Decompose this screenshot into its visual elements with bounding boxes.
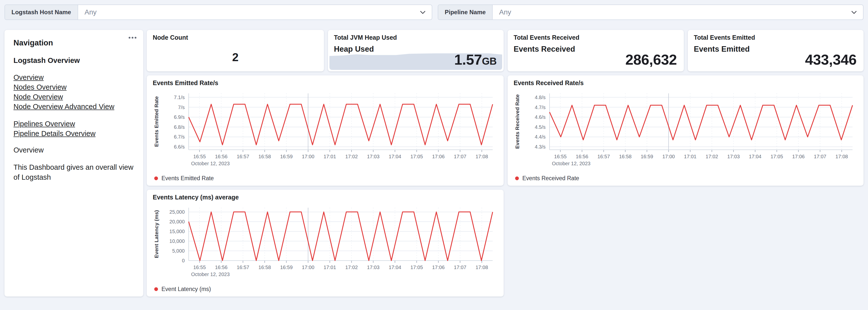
events-emitted-panel-title: Total Events Emitted (694, 34, 858, 41)
logstash-host-name-filter[interactable]: Logstash Host Name Any (4, 4, 432, 20)
svg-text:4.4/s: 4.4/s (535, 134, 546, 140)
nav-link-pipeline-details-overview[interactable]: Pipeline Details Overview (13, 129, 134, 138)
nav-link-nodes-overview[interactable]: Nodes Overview (13, 82, 134, 92)
svg-text:16:55: 16:55 (554, 154, 566, 159)
svg-text:6.8/s: 6.8/s (174, 124, 185, 130)
svg-text:7/s: 7/s (178, 104, 185, 110)
svg-text:17:00: 17:00 (302, 154, 314, 159)
svg-text:6.6/s: 6.6/s (174, 144, 185, 150)
chevron-down-icon[interactable] (845, 5, 863, 20)
events-received-value: 286,632 (625, 51, 677, 68)
events-latency-chart[interactable]: 05,00010,00015,00020,00025,00016:5516:56… (151, 205, 499, 278)
svg-text:15,000: 15,000 (169, 229, 185, 234)
svg-text:17:06: 17:06 (792, 154, 805, 159)
events-received-panel-title: Total Events Received (514, 34, 678, 41)
pipeline-name-filter[interactable]: Pipeline Name Any (438, 4, 864, 20)
pipeline-name-value[interactable]: Any (493, 5, 845, 20)
svg-text:16:55: 16:55 (193, 265, 206, 270)
nav-link-group-pipelines: Pipelines Overview Pipeline Details Over… (13, 119, 134, 138)
svg-text:4.7/s: 4.7/s (535, 104, 546, 110)
nav-link-group-nodes: Overview Nodes Overview Node Overview No… (13, 73, 134, 112)
svg-text:Event Latency (ms): Event Latency (ms) (154, 210, 159, 258)
heap-used-number: 1.57 (454, 52, 482, 68)
overview-subheading: Overview (13, 146, 134, 154)
nav-link-node-overview-advanced[interactable]: Node Overview Advanced View (13, 102, 134, 112)
events-received-rate-title: Events Received Rate/s (514, 80, 858, 87)
svg-text:16:58: 16:58 (619, 154, 631, 159)
total-jvm-heap-used-panel: Total JVM Heap Used Heap Used 1.57GB (328, 30, 504, 71)
svg-text:4.6/s: 4.6/s (535, 114, 546, 120)
svg-text:6.9/s: 6.9/s (174, 114, 185, 120)
svg-text:0: 0 (182, 258, 185, 263)
svg-text:17:00: 17:00 (662, 154, 675, 159)
svg-text:Events Received Rate: Events Received Rate (514, 94, 520, 149)
legend-dot (154, 287, 158, 291)
heap-used-value: 1.57GB (454, 51, 497, 68)
total-events-received-panel: Total Events Received Events Received 28… (507, 30, 684, 71)
svg-text:17:07: 17:07 (814, 154, 826, 159)
svg-text:17:01: 17:01 (684, 154, 696, 159)
legend-label: Event Latency (ms) (161, 286, 211, 292)
legend-label: Events Received Rate (522, 175, 579, 182)
dashboard-description: This Dashboard gives an overall view of … (13, 162, 134, 182)
svg-text:17:04: 17:04 (389, 154, 401, 159)
node-count-panel: Node Count 2 (147, 30, 324, 71)
svg-text:17:02: 17:02 (345, 154, 358, 159)
svg-text:16:57: 16:57 (597, 154, 610, 159)
node-count-value: 2 (147, 43, 324, 71)
svg-text:Events Emitted Rate: Events Emitted Rate (154, 96, 159, 147)
filter-bar: Logstash Host Name Any Pipeline Name Any (0, 0, 868, 25)
events-received-rate-chart[interactable]: 4.3/s4.4/s4.5/s4.6/s4.7/s4.8/s16:5516:56… (512, 90, 859, 167)
svg-text:October 12, 2023: October 12, 2023 (552, 161, 590, 166)
nav-link-overview[interactable]: Overview (13, 73, 134, 82)
svg-text:16:56: 16:56 (576, 154, 588, 159)
svg-text:17:08: 17:08 (475, 265, 488, 270)
svg-text:6.7/s: 6.7/s (174, 134, 185, 140)
nav-link-pipelines-overview[interactable]: Pipelines Overview (13, 119, 134, 129)
jvm-heap-panel-title: Total JVM Heap Used (334, 34, 498, 41)
svg-text:25,000: 25,000 (169, 209, 185, 215)
svg-text:17:01: 17:01 (323, 154, 336, 159)
events-emitted-value: 433,346 (805, 51, 857, 68)
events-latency-title: Events Latency (ms) average (153, 194, 498, 201)
svg-text:5,000: 5,000 (172, 248, 185, 254)
legend-item-events-emitted-rate[interactable]: Events Emitted Rate (154, 175, 214, 182)
svg-text:October 12, 2023: October 12, 2023 (191, 161, 230, 166)
svg-text:16:59: 16:59 (280, 265, 292, 270)
svg-text:17:03: 17:03 (727, 154, 740, 159)
legend-item-events-received-rate[interactable]: Events Received Rate (515, 175, 579, 182)
svg-text:17:07: 17:07 (454, 265, 466, 270)
nav-link-node-overview[interactable]: Node Overview (13, 92, 134, 102)
svg-text:October 12, 2023: October 12, 2023 (191, 272, 230, 277)
svg-text:16:56: 16:56 (215, 265, 227, 270)
svg-text:17:06: 17:06 (432, 265, 444, 270)
svg-text:17:05: 17:05 (410, 154, 423, 159)
logstash-host-name-value[interactable]: Any (78, 5, 414, 20)
svg-text:7.1/s: 7.1/s (174, 95, 185, 100)
events-emitted-rate-chart[interactable]: 6.6/s6.7/s6.8/s6.9/s7/s7.1/s16:5516:5616… (151, 90, 499, 167)
panel-options-icon[interactable] (125, 32, 140, 43)
svg-text:16:56: 16:56 (215, 154, 227, 159)
svg-text:17:05: 17:05 (770, 154, 783, 159)
svg-text:16:55: 16:55 (193, 154, 206, 159)
svg-text:17:03: 17:03 (367, 154, 379, 159)
svg-text:4.8/s: 4.8/s (535, 95, 546, 100)
legend-item-event-latency[interactable]: Event Latency (ms) (154, 286, 211, 292)
events-emitted-rate-title: Events Emitted Rate/s (153, 80, 498, 87)
events-emitted-rate-panel: Events Emitted Rate/s 6.6/s6.7/s6.8/s6.9… (147, 75, 504, 186)
svg-text:17:00: 17:00 (302, 265, 314, 270)
logstash-host-name-label: Logstash Host Name (5, 5, 78, 20)
svg-text:17:02: 17:02 (706, 154, 718, 159)
legend-label: Events Emitted Rate (161, 175, 214, 182)
svg-text:20,000: 20,000 (169, 219, 185, 224)
events-received-rate-panel: Events Received Rate/s 4.3/s4.4/s4.5/s4.… (507, 75, 864, 186)
svg-text:4.5/s: 4.5/s (535, 124, 546, 130)
chevron-down-icon[interactable] (414, 5, 432, 20)
svg-text:17:07: 17:07 (454, 154, 466, 159)
svg-text:16:58: 16:58 (258, 154, 271, 159)
svg-text:17:08: 17:08 (475, 154, 488, 159)
logstash-overview-heading: Logstash Overview (13, 56, 134, 65)
heap-used-unit: GB (482, 56, 497, 67)
svg-text:4.3/s: 4.3/s (535, 144, 546, 150)
svg-text:16:58: 16:58 (258, 265, 271, 270)
